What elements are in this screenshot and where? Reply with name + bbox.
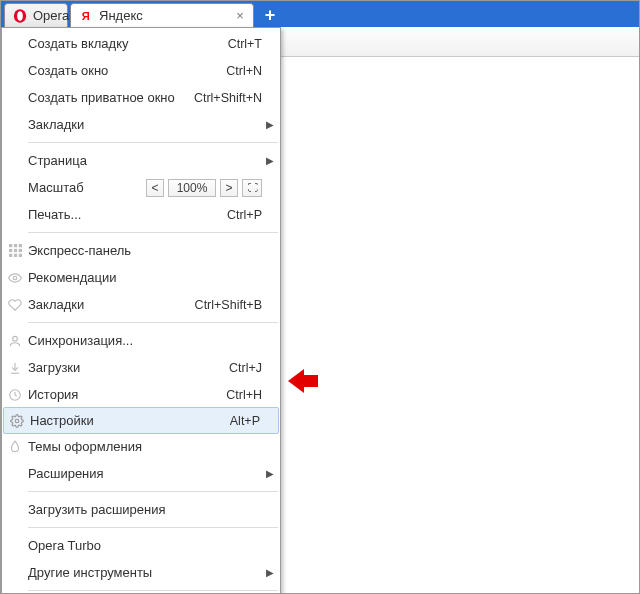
menu-zoom-label: Масштаб — [28, 180, 146, 195]
menu-recommendations[interactable]: Рекомендации — [2, 264, 280, 291]
svg-rect-7 — [13, 249, 16, 252]
menu-get-extensions[interactable]: Загрузить расширения — [2, 496, 280, 523]
gear-icon — [4, 414, 30, 428]
svg-point-1 — [17, 11, 23, 21]
menu-separator — [28, 142, 278, 143]
menu-downloads-accel: Ctrl+J — [229, 361, 262, 375]
submenu-arrow-icon: ▶ — [266, 468, 274, 479]
svg-point-13 — [13, 336, 18, 341]
menu-separator — [28, 491, 278, 492]
eye-icon — [2, 271, 28, 285]
menu-new-tab-label: Создать вкладку — [28, 36, 228, 51]
menu-history[interactable]: История Ctrl+H — [2, 381, 280, 408]
svg-rect-8 — [18, 249, 21, 252]
new-tab-button[interactable]: + — [260, 6, 280, 25]
menu-bookmarks-sub-label: Закладки — [28, 117, 262, 132]
zoom-value: 100% — [168, 179, 216, 197]
menu-extensions-sub[interactable]: Расширения ▶ — [2, 460, 280, 487]
close-icon[interactable]: × — [233, 8, 247, 22]
menu-new-window-accel: Ctrl+N — [226, 64, 262, 78]
menu-opera-turbo-label: Opera Turbo — [28, 538, 262, 553]
svg-rect-6 — [9, 249, 12, 252]
menu-themes[interactable]: Темы оформления — [2, 433, 280, 460]
menu-sync[interactable]: Синхронизация... — [2, 327, 280, 354]
menu-new-tab-accel: Ctrl+T — [228, 37, 262, 51]
menu-speed-dial-label: Экспресс-панель — [28, 243, 262, 258]
menu-page-sub-label: Страница — [28, 153, 262, 168]
yandex-logo-icon: Я — [79, 9, 93, 23]
menu-get-extensions-label: Загрузить расширения — [28, 502, 262, 517]
svg-rect-5 — [18, 244, 21, 247]
menu-history-label: История — [28, 387, 226, 402]
opera-menu-tab[interactable]: Opera — [4, 3, 68, 27]
menu-page-sub[interactable]: Страница ▶ — [2, 147, 280, 174]
droplet-icon — [2, 440, 28, 454]
menu-recommendations-label: Рекомендации — [28, 270, 262, 285]
menu-history-accel: Ctrl+H — [226, 388, 262, 402]
svg-rect-4 — [13, 244, 16, 247]
menu-themes-label: Темы оформления — [28, 439, 262, 454]
menu-downloads[interactable]: Загрузки Ctrl+J — [2, 354, 280, 381]
submenu-arrow-icon: ▶ — [266, 567, 274, 578]
menu-bookmarks-accel: Ctrl+Shift+B — [195, 298, 262, 312]
menu-new-private-label: Создать приватное окно — [28, 90, 194, 105]
menu-new-window-label: Создать окно — [28, 63, 226, 78]
zoom-in-button[interactable]: > — [220, 179, 238, 197]
menu-settings[interactable]: Настройки Alt+P — [3, 407, 279, 434]
menu-opera-turbo[interactable]: Opera Turbo — [2, 532, 280, 559]
opera-menu-tab-label: Opera — [33, 8, 69, 23]
menu-separator — [28, 322, 278, 323]
menu-new-private-accel: Ctrl+Shift+N — [194, 91, 262, 105]
menu-bookmarks[interactable]: Закладки Ctrl+Shift+B — [2, 291, 280, 318]
menu-new-window[interactable]: Создать окно Ctrl+N — [2, 57, 280, 84]
menu-settings-label: Настройки — [30, 413, 230, 428]
menu-separator — [28, 590, 278, 591]
menu-speed-dial[interactable]: Экспресс-панель — [2, 237, 280, 264]
menu-sync-label: Синхронизация... — [28, 333, 262, 348]
svg-text:Я: Я — [82, 10, 90, 22]
svg-rect-9 — [9, 254, 12, 257]
menu-new-private[interactable]: Создать приватное окно Ctrl+Shift+N — [2, 84, 280, 111]
menu-settings-accel: Alt+P — [230, 414, 260, 428]
menu-print-label: Печать... — [28, 207, 227, 222]
menu-extensions-sub-label: Расширения — [28, 466, 262, 481]
menu-zoom-row: Масштаб < 100% > ⛶ — [2, 174, 280, 201]
menu-bookmarks-sub[interactable]: Закладки ▶ — [2, 111, 280, 138]
speed-dial-icon — [2, 244, 28, 257]
heart-icon — [2, 298, 28, 312]
menu-print[interactable]: Печать... Ctrl+P — [2, 201, 280, 228]
page-tab[interactable]: Я Яндекс × — [70, 3, 254, 27]
menu-more-tools[interactable]: Другие инструменты ▶ — [2, 559, 280, 586]
page-tab-label: Яндекс — [99, 8, 143, 23]
submenu-arrow-icon: ▶ — [266, 119, 274, 130]
opera-main-menu: Создать вкладку Ctrl+T Создать окно Ctrl… — [1, 27, 281, 594]
menu-downloads-label: Загрузки — [28, 360, 229, 375]
menu-separator — [28, 232, 278, 233]
zoom-out-button[interactable]: < — [146, 179, 164, 197]
zoom-fullscreen-button[interactable]: ⛶ — [242, 179, 262, 197]
opera-logo-icon — [13, 9, 27, 23]
user-icon — [2, 334, 28, 348]
menu-new-tab[interactable]: Создать вкладку Ctrl+T — [2, 30, 280, 57]
tab-strip: Opera Я Яндекс × + — [1, 1, 639, 27]
download-icon — [2, 361, 28, 375]
submenu-arrow-icon: ▶ — [266, 155, 274, 166]
menu-bookmarks-label: Закладки — [28, 297, 195, 312]
menu-print-accel: Ctrl+P — [227, 208, 262, 222]
svg-point-12 — [13, 276, 17, 280]
svg-rect-3 — [9, 244, 12, 247]
menu-separator — [28, 527, 278, 528]
svg-rect-10 — [13, 254, 16, 257]
history-icon — [2, 388, 28, 402]
svg-rect-11 — [18, 254, 21, 257]
svg-point-15 — [15, 419, 19, 423]
menu-more-tools-label: Другие инструменты — [28, 565, 262, 580]
